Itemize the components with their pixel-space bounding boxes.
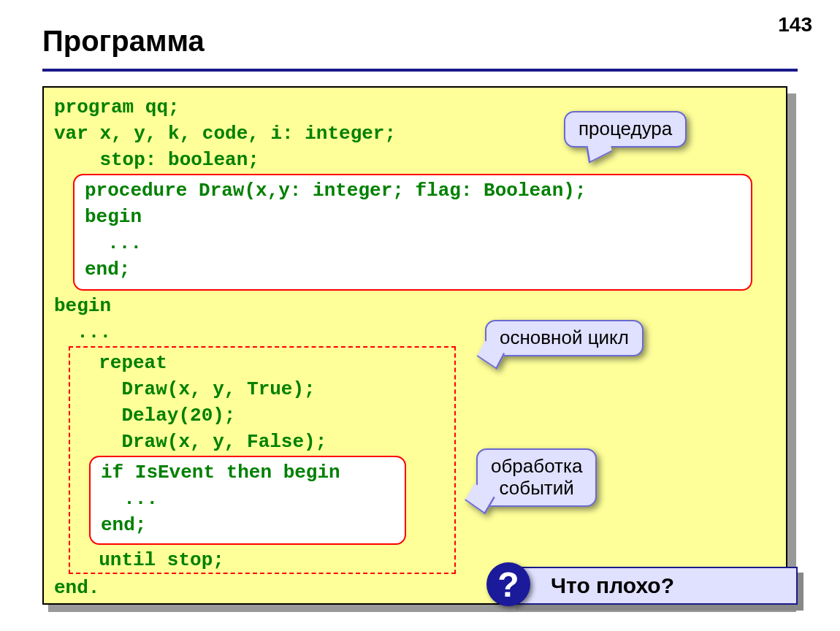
code-line: end. bbox=[54, 578, 99, 597]
code-line: Draw(x, y, True); bbox=[76, 380, 316, 399]
code-line: end; bbox=[85, 260, 130, 279]
question-symbol: ? bbox=[497, 565, 519, 605]
code-line: repeat bbox=[76, 353, 167, 372]
code-box: program qq; var x, y, k, code, i: intege… bbox=[42, 86, 787, 605]
callout-events: обработка событий bbox=[476, 448, 597, 507]
callout-main-loop-label: основной цикл bbox=[485, 320, 644, 356]
code-line: begin bbox=[54, 297, 111, 316]
code-line: begin bbox=[85, 207, 142, 226]
code-line: end; bbox=[101, 516, 146, 535]
code-line: Draw(x, y, False); bbox=[76, 432, 327, 451]
code-line: procedure Draw(x,y: integer; flag: Boole… bbox=[85, 181, 587, 200]
question-mark-icon: ? bbox=[486, 562, 530, 606]
code-line: stop: boolean; bbox=[54, 150, 259, 169]
code-line: ... bbox=[101, 489, 158, 508]
page-title: Программа bbox=[42, 25, 205, 58]
code-line: ... bbox=[85, 234, 142, 253]
code-line: if IsEvent then begin bbox=[101, 463, 340, 482]
page-number: 143 bbox=[778, 13, 812, 37]
code-line: ... bbox=[54, 323, 111, 342]
callout-main-loop: основной цикл bbox=[485, 320, 644, 356]
code-line: var x, y, k, code, i: integer; bbox=[54, 124, 396, 143]
title-rule bbox=[42, 69, 798, 72]
callout-procedure-label: процедура bbox=[564, 111, 687, 148]
code-line: until stop; bbox=[76, 551, 224, 570]
callout-procedure: процедура bbox=[564, 111, 687, 148]
code-line: Delay(20); bbox=[76, 406, 235, 425]
question-bar: Что плохо? bbox=[510, 567, 798, 605]
question-text: Что плохо? bbox=[551, 573, 674, 598]
code-line: program qq; bbox=[54, 98, 180, 117]
